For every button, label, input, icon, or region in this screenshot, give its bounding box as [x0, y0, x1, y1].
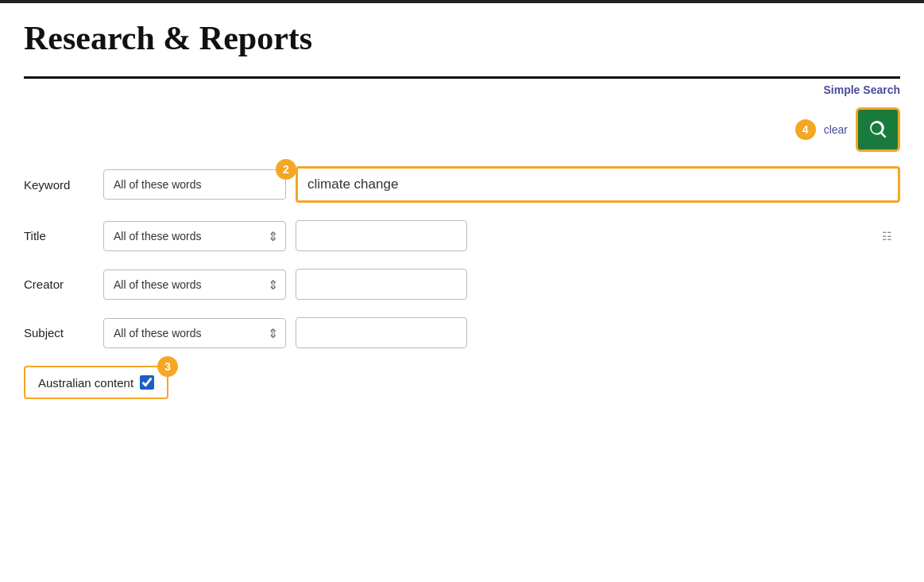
- title-input[interactable]: [296, 220, 467, 251]
- simple-search-link[interactable]: Simple Search: [824, 83, 901, 96]
- australian-content-label: Australian content: [38, 376, 133, 390]
- title-row: Title All of these words Any of these wo…: [24, 220, 900, 251]
- australian-content-checkbox[interactable]: [140, 375, 154, 390]
- clear-link[interactable]: clear: [824, 123, 848, 136]
- toolbar-row: 4 clear: [24, 107, 900, 152]
- keyword-select-wrapper: 2 All of these words: [103, 169, 286, 200]
- checkbox-row: 3 Australian content: [24, 366, 900, 399]
- keyword-label: Keyword: [24, 178, 103, 192]
- subject-select-wrapper: All of these words Any of these words No…: [103, 318, 286, 348]
- keyword-row: Keyword 2 All of these words: [24, 166, 900, 203]
- form-area: Keyword 2 All of these words Title All o…: [24, 166, 900, 399]
- page-container: Research & Reports Simple Search 4 clear…: [0, 3, 924, 423]
- divider-row: Simple Search: [24, 76, 900, 96]
- search-button[interactable]: [856, 107, 900, 152]
- subject-label: Subject: [24, 326, 103, 340]
- creator-row: Creator All of these words Any of these …: [24, 269, 900, 300]
- keyword-select-display: All of these words: [103, 169, 286, 200]
- checkbox-badge: 3: [157, 356, 178, 377]
- keyword-input[interactable]: [296, 166, 900, 203]
- title-select-wrapper: All of these words Any of these words No…: [103, 221, 286, 251]
- search-badge: 4: [795, 119, 816, 140]
- subject-input[interactable]: [296, 317, 467, 348]
- creator-input-wrapper: [296, 269, 900, 300]
- subject-row: Subject All of these words Any of these …: [24, 317, 900, 348]
- title-input-icon: ☷: [882, 230, 892, 242]
- title-select[interactable]: All of these words Any of these words No…: [103, 221, 286, 251]
- page-title: Research & Reports: [24, 19, 900, 57]
- search-icon: [867, 118, 889, 141]
- subject-select[interactable]: All of these words Any of these words No…: [103, 318, 286, 348]
- creator-label: Creator: [24, 277, 103, 291]
- creator-select[interactable]: All of these words Any of these words No…: [103, 270, 286, 300]
- keyword-badge: 2: [276, 159, 296, 180]
- subject-input-wrapper: [296, 317, 900, 348]
- title-input-wrapper: ☷: [296, 220, 900, 251]
- title-label: Title: [24, 229, 103, 242]
- creator-select-wrapper: All of these words Any of these words No…: [103, 270, 286, 300]
- creator-input[interactable]: [296, 269, 467, 300]
- australian-content-container: 3 Australian content: [24, 366, 168, 399]
